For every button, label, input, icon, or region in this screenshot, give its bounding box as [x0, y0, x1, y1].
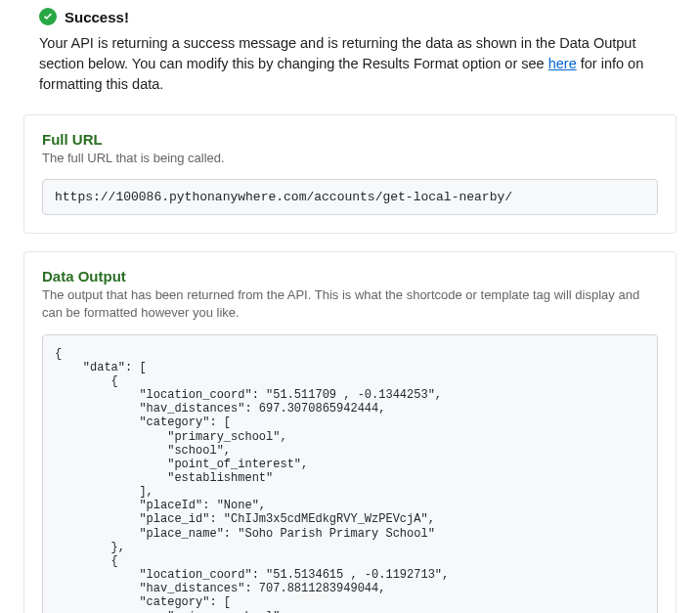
full-url-desc: The full URL that is being called. — [42, 150, 658, 167]
full-url-value[interactable]: https://100086.pythonanywhere.com/accoun… — [42, 179, 658, 215]
check-circle-icon — [39, 8, 57, 25]
page-container: Success! Your API is returning a success… — [0, 0, 700, 613]
full-url-title: Full URL — [42, 131, 658, 148]
success-title: Success! — [65, 9, 129, 25]
success-info-link[interactable]: here — [548, 56, 577, 71]
data-output-code[interactable]: { "data": [ { "location_coord": "51.5117… — [42, 334, 658, 613]
success-header: Success! — [0, 0, 700, 25]
success-body: Your API is returning a success message … — [0, 25, 700, 114]
success-body-prefix: Your API is returning a success message … — [39, 35, 635, 71]
full-url-panel: Full URL The full URL that is being call… — [23, 114, 677, 234]
data-output-title: Data Output — [42, 268, 658, 285]
data-output-panel: Data Output The output that has been ret… — [23, 251, 677, 613]
data-output-desc: The output that has been returned from t… — [42, 286, 658, 322]
